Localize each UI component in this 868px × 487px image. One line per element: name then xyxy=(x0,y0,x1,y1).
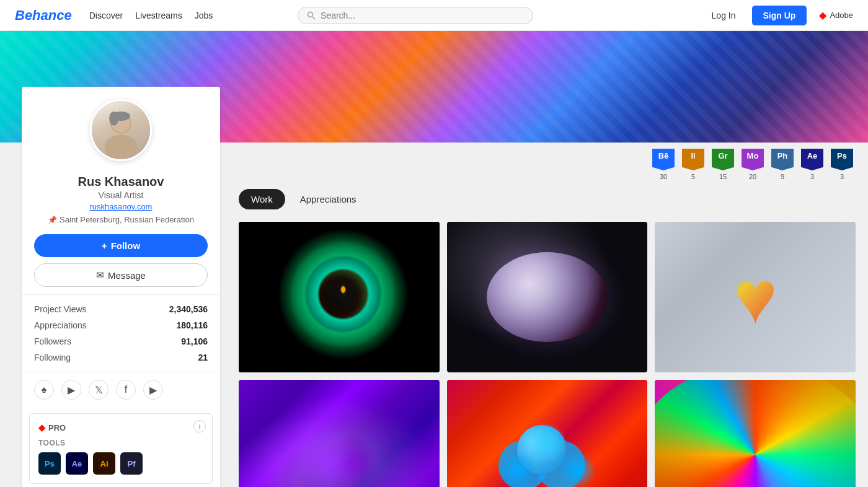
project-card-2[interactable] xyxy=(447,222,648,372)
tool-photoshop-icon[interactable]: Ps xyxy=(38,452,61,475)
action-buttons: + Follow ✉ Message xyxy=(22,224,220,292)
follow-button[interactable]: + Follow xyxy=(34,234,208,257)
stat-appreciations: Appreciations 180,116 xyxy=(34,317,208,333)
message-button[interactable]: ✉ Message xyxy=(34,263,208,287)
search-input[interactable] xyxy=(321,11,524,20)
search-bar xyxy=(298,7,533,24)
badge-count: 3 xyxy=(810,173,814,180)
pro-text: PRO xyxy=(48,423,66,432)
stat-value-followers: 91,106 xyxy=(181,336,208,346)
stat-value-following: 21 xyxy=(198,353,208,362)
behance-social-icon[interactable]: ♠ xyxy=(34,380,54,400)
tabs: Work Appreciations xyxy=(239,189,856,209)
user-location: 📌 Saint Petersburg, Russian Federation xyxy=(22,215,220,224)
pro-adobe-icon: ◆ xyxy=(38,423,45,432)
project-card-6[interactable] xyxy=(655,380,856,487)
tool-icons: Ps Ae Ai Pf xyxy=(38,452,203,475)
vimeo-social-icon[interactable]: ▶ xyxy=(61,380,81,400)
stat-followers: Followers 91,106 xyxy=(34,333,208,349)
main-layout: Rus Khasanov Visual Artist ruskhasanov.c… xyxy=(0,143,868,487)
stat-project-views: Project Views 2,340,536 xyxy=(34,301,208,317)
signup-button[interactable]: Sign Up xyxy=(752,6,807,25)
nav-jobs[interactable]: Jobs xyxy=(195,11,213,20)
project-card-4[interactable] xyxy=(239,380,440,487)
badge-letter: Il xyxy=(691,151,695,160)
app-badge-Ae[interactable]: Ae 3 xyxy=(799,149,826,180)
tab-appreciations[interactable]: Appreciations xyxy=(288,189,369,209)
twitter-social-icon[interactable]: 𝕏 xyxy=(89,380,108,400)
message-icon: ✉ xyxy=(96,270,104,281)
projects-grid xyxy=(239,222,856,487)
nav-right: Log In Sign Up ◆ Adobe xyxy=(703,6,853,25)
badge-letter: Bē xyxy=(658,151,669,160)
app-badge-Mo[interactable]: Mo 20 xyxy=(739,149,766,180)
badge-letter: Ps xyxy=(837,151,847,160)
project-card-1[interactable] xyxy=(239,222,440,372)
avatar-silhouette xyxy=(92,99,150,161)
tool-portfolio-icon[interactable]: Pf xyxy=(120,452,143,475)
location-pin-icon: 📌 xyxy=(48,216,57,224)
stats-area: Project Views 2,340,536 Appreciations 18… xyxy=(22,294,220,372)
badge-letter: Gr xyxy=(718,151,727,160)
badge-letter: Mo xyxy=(747,151,759,160)
navbar: Behance Discover Livestreams Jobs Log In… xyxy=(0,0,868,31)
badge-count: 30 xyxy=(660,173,667,180)
adobe-icon: ◆ xyxy=(819,9,826,21)
user-website[interactable]: ruskhasanov.com xyxy=(22,202,220,211)
stat-following: Following 21 xyxy=(34,349,208,366)
app-badge-Ps[interactable]: Ps 3 xyxy=(828,149,856,180)
pro-label: ◆ PRO xyxy=(38,423,203,432)
app-badge-Bē[interactable]: Bē 30 xyxy=(650,149,677,180)
badge-count: 3 xyxy=(840,173,844,180)
badge-count: 5 xyxy=(691,173,695,180)
tools-label: TOOLS xyxy=(38,439,203,447)
info-icon[interactable]: i xyxy=(193,420,206,432)
svg-point-6 xyxy=(109,112,118,126)
stat-label-followers: Followers xyxy=(34,336,71,346)
social-icons: ♠ ▶ 𝕏 f ▶ xyxy=(22,372,220,407)
app-badge-Gr[interactable]: Gr 15 xyxy=(709,149,737,180)
adobe-logo: ◆ Adobe xyxy=(819,9,853,21)
badge-count: 9 xyxy=(781,173,784,180)
avatar-area xyxy=(22,87,220,170)
avatar-image xyxy=(92,101,150,159)
message-label: Message xyxy=(108,270,146,281)
badge-count: 20 xyxy=(749,173,756,180)
content-right: Bē 30 Il 5 Gr 15 Mo 20 Ph 9 Ae xyxy=(220,143,868,487)
follow-label: Follow xyxy=(111,240,141,251)
svg-line-1 xyxy=(312,17,315,19)
facebook-social-icon[interactable]: f xyxy=(116,380,136,400)
avatar xyxy=(90,99,152,161)
app-badges: Bē 30 Il 5 Gr 15 Mo 20 Ph 9 Ae xyxy=(239,143,856,186)
svg-point-0 xyxy=(308,12,313,17)
stat-label-views: Project Views xyxy=(34,304,87,314)
content-area: Bē 30 Il 5 Gr 15 Mo 20 Ph 9 Ae xyxy=(220,143,868,487)
login-button[interactable]: Log In xyxy=(703,7,745,24)
stat-label-appreciations: Appreciations xyxy=(34,320,87,330)
adobe-label: Adobe xyxy=(830,11,853,20)
nav-links: Discover Livestreams Jobs xyxy=(89,11,213,20)
sidebar: Rus Khasanov Visual Artist ruskhasanov.c… xyxy=(22,87,220,487)
project-card-5[interactable] xyxy=(447,380,648,487)
plus-icon: + xyxy=(102,240,107,251)
pro-box: i ◆ PRO TOOLS Ps Ae Ai Pf xyxy=(29,413,213,484)
nav-livestreams[interactable]: Livestreams xyxy=(135,11,182,20)
project-card-3[interactable] xyxy=(655,222,856,372)
badge-letter: Ae xyxy=(807,151,818,160)
user-name: Rus Khasanov xyxy=(22,175,220,189)
youtube-social-icon[interactable]: ▶ xyxy=(143,380,163,400)
tool-illustrator-icon[interactable]: Ai xyxy=(93,452,115,475)
app-badge-Il[interactable]: Il 5 xyxy=(680,149,707,180)
stat-label-following: Following xyxy=(34,353,71,362)
tool-aftereffects-icon[interactable]: Ae xyxy=(66,452,88,475)
stat-value-appreciations: 180,116 xyxy=(176,320,208,330)
nav-discover[interactable]: Discover xyxy=(89,11,123,20)
badge-letter: Ph xyxy=(777,151,788,160)
nav-logo[interactable]: Behance xyxy=(15,7,72,24)
user-title: Visual Artist xyxy=(22,190,220,200)
stat-value-views: 2,340,536 xyxy=(169,304,208,314)
badge-count: 15 xyxy=(719,173,727,180)
svg-point-3 xyxy=(105,135,138,160)
app-badge-Ph[interactable]: Ph 9 xyxy=(769,149,796,180)
tab-work[interactable]: Work xyxy=(239,189,285,209)
